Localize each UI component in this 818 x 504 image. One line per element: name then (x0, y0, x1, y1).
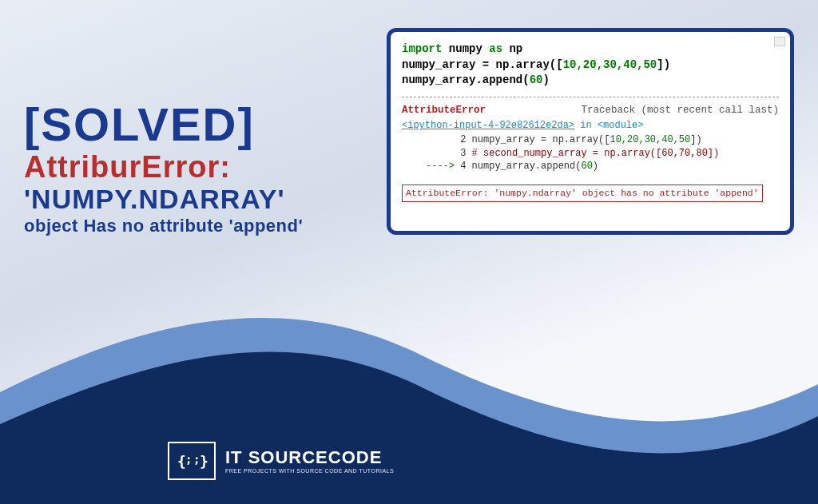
divider (402, 97, 779, 97)
title-block: [SOLVED] AttriburError: 'NUMPY.NDARRAY' … (24, 24, 371, 235)
traceback-line-2: 2 numpy_array = np.array([10,20,30,40,50… (402, 133, 779, 147)
svg-text:;: ; (185, 453, 192, 466)
traceback-output: AttributeError Traceback (most recent ca… (402, 104, 779, 203)
code-numbers: 10,20,30,40,50 (563, 58, 657, 71)
traceback-source: <ipython-input-4-92e82612e2da> in <modul… (402, 117, 779, 133)
in-module: in <module> (574, 120, 643, 131)
code-text: ) (542, 73, 549, 86)
keyword-import: import (402, 42, 442, 55)
keyword-as: as (489, 42, 502, 55)
code-screenshot: import numpy as np numpy_array = np.arra… (387, 28, 794, 235)
error-name: AttributeError (402, 104, 486, 118)
code-text: numpy (442, 42, 489, 55)
traceback-label: Traceback (most recent call last) (581, 104, 779, 118)
code-text: numpy_array = np.array([ (402, 58, 563, 71)
svg-text:}: } (200, 453, 208, 470)
code-text: np (502, 42, 522, 55)
title-numpy: 'NUMPY.NDARRAY' (24, 185, 371, 212)
code-line-2: numpy_array = np.array([10,20,30,40,50]) (402, 58, 779, 73)
code-line-3: numpy_array.append(60) (402, 73, 779, 89)
traceback-line-4: ----> 4 numpy_array.append(60) (402, 160, 779, 173)
ipython-link: <ipython-input-4-92e82612e2da> (402, 120, 574, 131)
code-number: 60 (530, 73, 543, 86)
code-input: import numpy as np numpy_array = np.arra… (402, 42, 779, 89)
title-error: AttriburError: (24, 152, 371, 182)
title-solved: [SOLVED] (24, 104, 371, 145)
logo-subtitle: FREE PROJECTS WITH SOURCE CODE AND TUTOR… (225, 468, 394, 474)
code-text: numpy_array.append( (402, 73, 530, 86)
logo: { ; ; } IT SOURCECODE FREE PROJECTS WITH… (168, 442, 394, 480)
logo-icon: { ; ; } (168, 442, 216, 480)
traceback-line-3: 3 # second_numpy_array = np.array([60,70… (402, 147, 779, 161)
wave-background (0, 280, 818, 504)
final-error-message: AttributeError: 'numpy.ndarray' object h… (402, 185, 763, 202)
title-subtitle: object Has no attribute 'append' (24, 217, 371, 235)
logo-title: IT SOURCECODE (225, 449, 394, 466)
corner-badge (774, 37, 785, 46)
traceback-header: AttributeError Traceback (most recent ca… (402, 104, 779, 118)
code-text: ]) (657, 58, 670, 71)
code-line-1: import numpy as np (402, 42, 779, 58)
logo-text: IT SOURCECODE FREE PROJECTS WITH SOURCE … (225, 449, 394, 474)
